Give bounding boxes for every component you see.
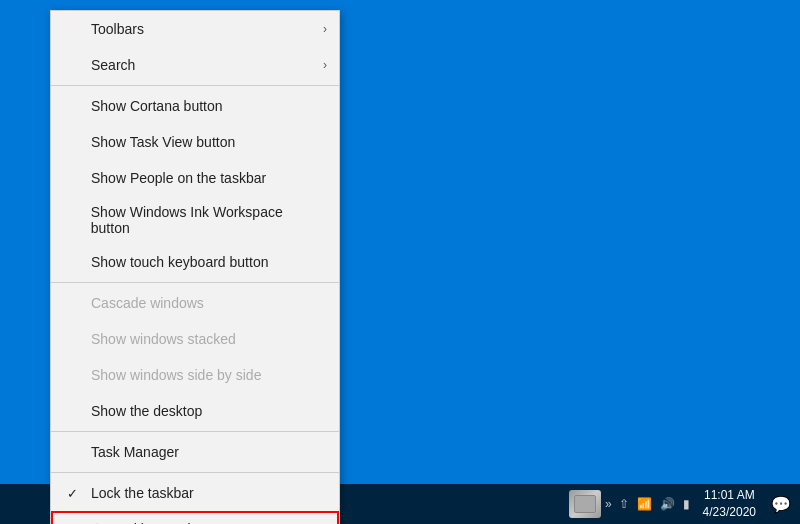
datetime-display[interactable]: 11:01 AM 4/23/2020 [697, 487, 762, 521]
notification-center-button[interactable]: 💬 [766, 489, 796, 519]
menu-item-lock-taskbar[interactable]: ✓Lock the taskbar [51, 475, 339, 511]
menu-item-search[interactable]: Search› [51, 47, 339, 83]
menu-item-show-taskview[interactable]: Show Task View button [51, 124, 339, 160]
menu-separator [51, 431, 339, 432]
menu-label-lock-taskbar: Lock the taskbar [91, 485, 194, 501]
menu-item-show-stacked: Show windows stacked [51, 321, 339, 357]
taskbar-storage-icon[interactable] [569, 490, 601, 518]
wifi-icon[interactable]: 📶 [634, 495, 655, 513]
menu-label-search: Search [91, 57, 135, 73]
menu-item-show-desktop[interactable]: Show the desktop [51, 393, 339, 429]
date-display: 4/23/2020 [703, 504, 756, 521]
notification-icon: 💬 [771, 495, 791, 514]
submenu-arrow-toolbars: › [323, 22, 327, 36]
menu-item-taskbar-settings[interactable]: ⚙Taskbar settings [51, 511, 339, 524]
menu-label-task-manager: Task Manager [91, 444, 179, 460]
menu-label-show-cortana: Show Cortana button [91, 98, 223, 114]
time-display: 11:01 AM [704, 487, 755, 504]
submenu-arrow-search: › [323, 58, 327, 72]
battery-icon[interactable]: ▮ [680, 495, 693, 513]
checkmark-lock-taskbar: ✓ [67, 486, 87, 501]
menu-separator [51, 282, 339, 283]
menu-label-cascade-windows: Cascade windows [91, 295, 204, 311]
menu-item-show-touch-keyboard[interactable]: Show touch keyboard button [51, 244, 339, 280]
system-tray-icons: ⇧ 📶 🔊 ▮ [616, 495, 693, 513]
menu-label-show-ink: Show Windows Ink Workspace button [91, 204, 323, 236]
menu-label-toolbars: Toolbars [91, 21, 144, 37]
menu-label-show-side-by-side: Show windows side by side [91, 367, 261, 383]
menu-item-show-cortana[interactable]: Show Cortana button [51, 88, 339, 124]
volume-icon[interactable]: 🔊 [657, 495, 678, 513]
menu-item-toolbars[interactable]: Toolbars› [51, 11, 339, 47]
menu-item-task-manager[interactable]: Task Manager [51, 434, 339, 470]
menu-item-show-people[interactable]: Show People on the taskbar [51, 160, 339, 196]
menu-separator [51, 472, 339, 473]
menu-label-show-stacked: Show windows stacked [91, 331, 236, 347]
menu-label-show-desktop: Show the desktop [91, 403, 202, 419]
menu-label-show-taskview: Show Task View button [91, 134, 235, 150]
context-menu: Toolbars›Search›Show Cortana buttonShow … [50, 10, 340, 524]
menu-label-show-people: Show People on the taskbar [91, 170, 266, 186]
menu-separator [51, 85, 339, 86]
menu-label-show-touch-keyboard: Show touch keyboard button [91, 254, 268, 270]
menu-item-show-side-by-side: Show windows side by side [51, 357, 339, 393]
menu-item-show-ink[interactable]: Show Windows Ink Workspace button [51, 196, 339, 244]
taskbar-right-section: » ⇧ 📶 🔊 ▮ 11:01 AM 4/23/2020 💬 [569, 484, 796, 524]
menu-item-cascade-windows: Cascade windows [51, 285, 339, 321]
taskbar-overflow-button[interactable]: » [605, 497, 612, 511]
network-icon[interactable]: ⇧ [616, 495, 632, 513]
